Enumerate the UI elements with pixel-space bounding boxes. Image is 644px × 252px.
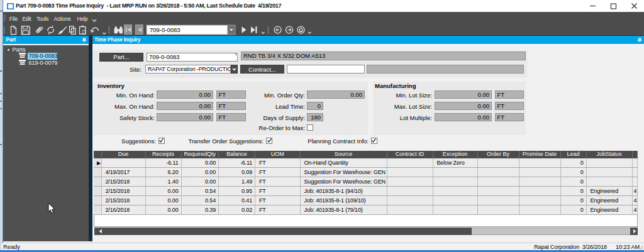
svg-text:709-0-0083: 709-0-0083 — [150, 26, 180, 33]
